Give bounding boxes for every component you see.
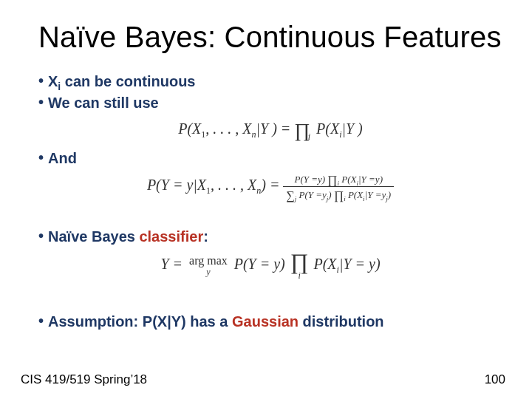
bullet-4: • Naïve Bayes classifier: <box>38 228 502 246</box>
eq2-num-b: P(X <box>339 174 356 185</box>
eq2-den-sum: ∑ <box>286 189 294 202</box>
eq1-c: |Y ) = <box>256 120 295 137</box>
eq2-num-a: P(Y =y) <box>294 174 327 185</box>
eq2-b: , . . . , X <box>211 177 256 193</box>
eq2-den-c: P(X <box>346 189 363 200</box>
bullet-dot: • <box>38 72 44 89</box>
bullet-4-pre: Naïve Bayes <box>48 228 139 245</box>
bullet-4-red: classifier <box>139 228 203 245</box>
bullet-dot: • <box>38 94 44 111</box>
footer-course: CIS 419/519 Spring’18 <box>21 372 147 387</box>
bullet-5-post: distribution <box>299 313 384 330</box>
eq3-argmax-bot: y <box>189 267 228 276</box>
bullet-5-text: Assumption: P(X|Y) has a Gaussian distri… <box>48 313 384 331</box>
bullet-dot: • <box>38 149 44 166</box>
bullet-dot: • <box>38 228 44 245</box>
bullet-3-text: And <box>48 149 77 168</box>
eq3-argmax: arg max y <box>189 255 228 276</box>
eq2-num-c: |Y =y) <box>358 174 383 185</box>
equation-2: P(Y = y|X1, . . . , Xn) = P(Y =y) ∏i P(X… <box>38 172 502 202</box>
eq1-a: P(X <box>178 120 201 137</box>
bullet-3: • And <box>38 149 502 168</box>
bullet-5-pre: Assumption: P(X|Y) has a <box>48 313 232 330</box>
bullet-2: • We can still use <box>38 94 502 112</box>
bullet-4-text: Naïve Bayes classifier: <box>48 228 208 246</box>
equation-3: Y = arg max y P(Y = y) ∏ i P(Xi|Y = y) <box>38 250 502 280</box>
bullet-1: • Xi can be continuous <box>38 72 502 94</box>
eq2-den-d: |Y =y <box>365 189 386 200</box>
eq2-den-b: ) <box>328 189 334 200</box>
equation-1: P(X1, . . . , Xn|Y ) = ∏i P(Xi|Y ) <box>38 117 502 139</box>
slide-body: • Xi can be continuous • We can still us… <box>38 72 502 331</box>
bullet-1-post: can be continuous <box>61 73 195 89</box>
eq1-d: P(X <box>316 120 339 137</box>
eq2-c: ) = <box>261 177 283 193</box>
slide-title: Naïve Bayes: Continuous Features <box>38 21 510 54</box>
eq1-e: |Y ) <box>342 120 363 137</box>
eq1-b: , . . . , X <box>205 120 251 137</box>
bullet-dot: • <box>38 313 44 330</box>
eq3-c: P(X <box>313 256 336 272</box>
bullet-5: • Assumption: P(X|Y) has a Gaussian dist… <box>38 313 502 331</box>
bullet-1-pre: X <box>48 73 58 89</box>
eq2-a: P(Y = y|X <box>147 177 206 193</box>
eq3-prod-sym: ∏ <box>290 250 309 273</box>
eq1-prod-sub: i <box>308 132 310 142</box>
eq3-a: Y = <box>160 256 186 272</box>
footer-page-number: 100 <box>485 372 505 387</box>
bullet-1-text: Xi can be continuous <box>48 72 195 94</box>
eq3-prod: ∏ i <box>290 250 309 280</box>
eq3-argmax-top: arg max <box>189 255 228 267</box>
slide: Naïve Bayes: Continuous Features • Xi ca… <box>0 0 532 399</box>
bullet-4-post: : <box>203 228 208 245</box>
eq3-b: P(Y = y) <box>234 256 289 272</box>
eq2-den-a: P(Y =y <box>296 189 327 200</box>
eq2-num-prod: ∏ <box>327 174 337 186</box>
bullet-2-text: We can still use <box>48 94 159 112</box>
eq3-d: |Y = y) <box>339 256 381 272</box>
eq2-den-prod: ∏ <box>334 189 344 202</box>
eq2-fraction: P(Y =y) ∏i P(Xi|Y =y) ∑j P(Y =yj) ∏i P(X… <box>283 172 394 202</box>
bullet-5-red: Gaussian <box>232 313 299 330</box>
eq2-den-e: ) <box>388 189 391 200</box>
